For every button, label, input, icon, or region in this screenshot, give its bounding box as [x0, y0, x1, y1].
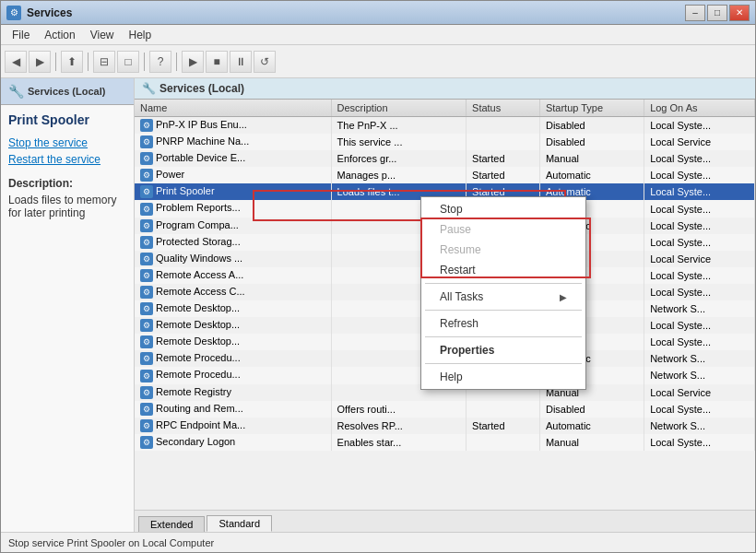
ctx-item-label: Help: [440, 371, 463, 383]
menu-view[interactable]: View: [83, 27, 122, 43]
ctx-refresh[interactable]: Refresh: [421, 313, 585, 334]
description-title: Description:: [8, 177, 126, 190]
service-name-cell: ⚙PNRP Machine Na...: [135, 134, 331, 150]
table-row[interactable]: ⚙PNRP Machine Na...This service ...Disab…: [135, 134, 755, 150]
service-name-cell: ⚙RPC Endpoint Ma...: [135, 418, 331, 434]
service-logon-cell: Local Service: [644, 251, 755, 267]
col-header-name[interactable]: Name: [135, 100, 331, 117]
window-controls: – □ ✕: [685, 5, 750, 21]
service-name-cell: ⚙Power: [135, 167, 331, 183]
restart-link[interactable]: Restart the service: [8, 153, 126, 166]
service-logon-cell: Local Syste...: [644, 234, 755, 251]
tb-show-hide[interactable]: ⊟: [93, 51, 115, 73]
stop-link[interactable]: Stop the service: [8, 136, 126, 149]
tb-pause[interactable]: ⏸: [230, 51, 252, 73]
services-table-container[interactable]: Name Description Status Startup Type Log…: [135, 100, 755, 510]
service-logon-cell: Local Syste...: [644, 434, 755, 451]
tb-forward[interactable]: ▶: [29, 51, 51, 73]
left-panel-header: 🔧 Services (Local): [1, 78, 134, 105]
ctx-help[interactable]: Help: [421, 367, 585, 387]
ctx-alltasks[interactable]: All Tasks▶: [421, 287, 585, 307]
ctx-item-label: Resume: [440, 243, 481, 256]
service-logon-cell: Local Syste...: [644, 200, 755, 217]
service-logon-cell: Local Service: [644, 134, 755, 150]
service-name-cell: ⚙Remote Registry: [135, 384, 331, 401]
close-button[interactable]: ✕: [729, 5, 750, 21]
ctx-item-label: Refresh: [440, 317, 478, 330]
tab-standard[interactable]: Standard: [207, 515, 272, 532]
service-status-cell: Started: [467, 167, 540, 183]
service-logon-cell: Local Service: [644, 384, 755, 401]
ctx-separator: [425, 363, 582, 364]
tab-extended[interactable]: Extended: [138, 516, 205, 532]
table-row[interactable]: ⚙PnP-X IP Bus Enu...The PnP-X ...Disable…: [135, 117, 755, 135]
service-name-cell: ⚙Problem Reports...: [135, 200, 331, 217]
service-name-cell: ⚙Remote Desktop...: [135, 334, 331, 350]
col-header-startup[interactable]: Startup Type: [539, 100, 644, 117]
ctx-separator: [425, 283, 582, 284]
service-startup-cell: Manual: [539, 434, 644, 451]
table-row[interactable]: ⚙Secondary LogonEnables star...ManualLoc…: [135, 434, 755, 451]
service-name-cell: ⚙Remote Procedu...: [135, 350, 331, 367]
service-logon-cell: Local Syste...: [644, 284, 755, 300]
service-status-cell: [467, 401, 540, 418]
service-logon-cell: Local Syste...: [644, 183, 755, 200]
table-row[interactable]: ⚙Portable Device E...Enforces gr...Start…: [135, 150, 755, 167]
service-logon-cell: Local Syste...: [644, 150, 755, 167]
menu-help[interactable]: Help: [122, 27, 159, 43]
tb-up[interactable]: ⬆: [61, 51, 83, 73]
service-logon-cell: Network S...: [644, 300, 755, 317]
description-text: Loads files to memory for later printing: [8, 194, 126, 219]
window-icon: ⚙: [6, 6, 21, 20]
tb-start[interactable]: ▶: [182, 51, 204, 73]
title-bar: ⚙ Services – □ ✕: [1, 1, 755, 25]
menu-bar: File Action View Help: [1, 25, 755, 45]
status-bar: Stop service Print Spooler on Local Comp…: [1, 532, 755, 552]
bottom-tabs: Extended Standard: [135, 510, 755, 532]
tb-back[interactable]: ◀: [5, 51, 27, 73]
service-name-cell: ⚙Remote Desktop...: [135, 317, 331, 334]
service-startup-cell: Manual: [539, 150, 644, 167]
tb-restart[interactable]: ↺: [254, 51, 276, 73]
service-logon-cell: Local Syste...: [644, 117, 755, 135]
service-logon-cell: Local Syste...: [644, 218, 755, 234]
table-row[interactable]: ⚙PowerManages p...StartedAutomaticLocal …: [135, 167, 755, 183]
tb-sep3: [144, 53, 145, 71]
service-name-cell: ⚙Portable Device E...: [135, 150, 331, 167]
service-logon-cell: Local Syste...: [644, 401, 755, 418]
service-description: Description: Loads files to memory for l…: [8, 177, 126, 219]
ctx-restart[interactable]: Restart: [421, 260, 585, 280]
window-title: Services: [27, 6, 685, 19]
ctx-item-label: Properties: [440, 344, 494, 357]
tb-sep4: [176, 53, 177, 71]
service-name-cell: ⚙Protected Storag...: [135, 234, 331, 251]
ctx-item-label: Stop: [440, 203, 463, 216]
ctx-stop[interactable]: Stop: [421, 199, 585, 219]
service-logon-cell: Local Syste...: [644, 317, 755, 334]
col-header-status[interactable]: Status: [467, 100, 540, 117]
service-desc-cell: This service ...: [331, 134, 466, 150]
tb-sep2: [88, 53, 89, 71]
ctx-properties[interactable]: Properties: [421, 340, 585, 360]
service-startup-cell: Disabled: [539, 134, 644, 150]
service-desc-cell: Manages p...: [331, 167, 466, 183]
service-status-cell: [467, 117, 540, 135]
left-panel: 🔧 Services (Local) Print Spooler Stop th…: [1, 78, 135, 532]
maximize-button[interactable]: □: [707, 5, 727, 21]
tb-properties[interactable]: ?: [149, 51, 171, 73]
menu-file[interactable]: File: [5, 27, 37, 43]
left-panel-content: Print Spooler Stop the service Restart t…: [1, 105, 134, 532]
service-status-cell: Started: [467, 150, 540, 167]
minimize-button[interactable]: –: [685, 5, 705, 21]
service-startup-cell: Disabled: [539, 401, 644, 418]
service-status-cell: Started: [467, 418, 540, 434]
table-row[interactable]: ⚙Routing and Rem...Offers routi...Disabl…: [135, 401, 755, 418]
service-name-cell: ⚙Remote Desktop...: [135, 300, 331, 317]
menu-action[interactable]: Action: [37, 27, 82, 43]
tb-new-window[interactable]: □: [117, 51, 139, 73]
col-header-logon[interactable]: Log On As: [644, 100, 755, 117]
ctx-item-label: Pause: [440, 223, 471, 236]
tb-stop[interactable]: ■: [206, 51, 228, 73]
col-header-desc[interactable]: Description: [331, 100, 466, 117]
table-row[interactable]: ⚙RPC Endpoint Ma...Resolves RP...Started…: [135, 418, 755, 434]
